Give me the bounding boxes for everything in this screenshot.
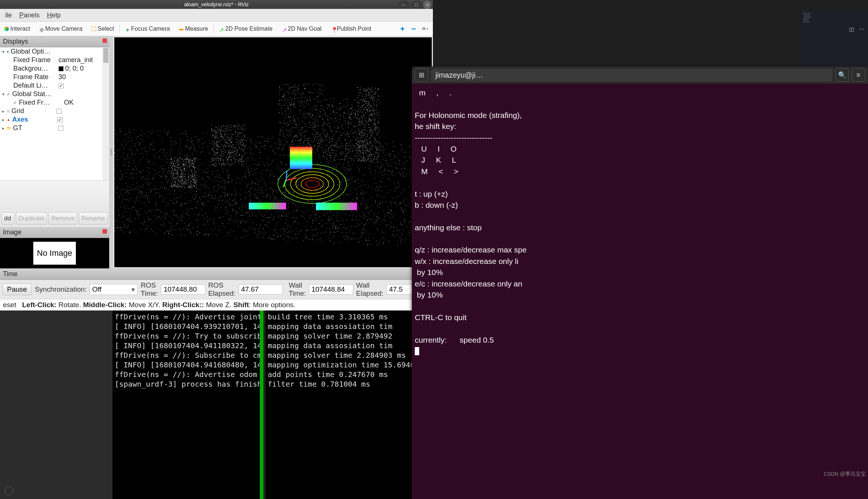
svg-point-2703 [291,131,292,132]
terminal-output[interactable]: m , . For Holonomic mode (strafing), he … [412,84,868,360]
svg-point-369 [151,143,151,144]
tool-measure[interactable]: Measure [175,23,213,34]
close-button[interactable]: ✕ [423,1,431,9]
svg-point-4021 [372,108,373,108]
tool-move-camera[interactable]: ✥Move Camera [35,23,87,34]
background-value[interactable]: 0; 0; 0 [57,65,108,72]
svg-point-4392 [189,162,189,163]
svg-point-1943 [203,187,203,187]
terminal-mapping[interactable]: build tree time 3.310365 ms mapping data… [266,310,413,499]
global-status-item[interactable]: Global Stat… [12,90,56,98]
panel-resize-handle[interactable] [110,36,113,268]
grid-checkbox[interactable] [57,109,62,114]
svg-point-872 [407,174,407,174]
rename-button[interactable]: Rename [79,212,108,225]
svg-point-3010 [328,105,329,105]
svg-point-2034 [356,197,356,197]
menu-panels[interactable]: Panels [16,10,43,21]
svg-point-1249 [356,200,356,200]
svg-point-2616 [312,85,313,85]
axes-item[interactable]: Axes [12,116,56,123]
expand-toggle[interactable]: ▸ [2,126,7,131]
global-options-item[interactable]: Global Opti… [11,48,54,55]
svg-point-818 [359,241,359,242]
tool-publish-point[interactable]: 📍Publish Point [326,23,376,34]
grid-item[interactable]: Grid [11,107,55,115]
menu-button[interactable]: ≡ [852,68,865,82]
displays-header[interactable]: Displays [0,36,109,47]
titlebar[interactable]: aloam_velodyne.rviz* - RViz — ▢ ✕ [0,0,433,9]
svg-point-2915 [370,115,371,115]
tool-focus-camera[interactable]: ✦Focus Camera [121,23,175,34]
terminal-scrollbar[interactable] [260,310,263,499]
gnome-terminal: ⊞ jimazeyu@ji… 🔍 ≡ m , . For Holonomic m… [412,67,868,499]
svg-point-2729 [313,127,313,127]
new-tab-button[interactable]: ⊞ [415,68,428,82]
svg-point-3004 [366,138,367,138]
tool-2d-pose-estimate[interactable]: ↗2D Pose Estimate [215,23,277,34]
svg-point-1855 [179,229,179,229]
ros-elapsed-value[interactable] [239,284,283,295]
svg-point-1169 [165,215,165,216]
panel-close-icon[interactable] [102,229,107,234]
svg-point-218 [306,230,306,230]
ros-time-value[interactable] [161,284,205,295]
no-image-text: No Image [33,242,76,265]
fixed-frame-value[interactable]: camera_init [57,56,108,64]
svg-point-413 [180,133,181,134]
remove-button[interactable]: Remove [48,212,77,225]
user-icon[interactable] [4,486,13,495]
duplicate-button[interactable]: Duplicate [16,212,47,225]
tool-add-icon[interactable]: ✚ [398,24,407,33]
svg-point-3663 [239,155,239,155]
tool-select[interactable]: Select [87,23,119,34]
svg-point-2436 [127,186,127,186]
wall-time-value[interactable] [309,284,353,295]
terminal-title[interactable]: jimazeyu@ji… [431,69,832,82]
svg-point-550 [403,173,403,173]
search-button[interactable]: 🔍 [835,68,849,82]
gt-checkbox[interactable] [58,126,63,131]
minimize-button[interactable]: — [398,1,409,8]
svg-point-4422 [188,186,188,187]
svg-point-1339 [212,198,213,199]
terminal-header[interactable]: ⊞ jimazeyu@ji… 🔍 ≡ [412,67,868,84]
axes-checkbox[interactable]: ✓ [57,117,63,122]
menu-help[interactable]: Help [43,10,64,21]
maximize-button[interactable]: ▢ [411,1,422,8]
expand-toggle[interactable]: ▸ [2,117,7,122]
default-light-checkbox[interactable]: ✓ [58,83,64,88]
tool-2d-nav-goal[interactable]: ↗2D Nav Goal [277,23,327,34]
add-button[interactable]: dd [1,212,14,225]
menu-file[interactable]: ile [1,10,16,21]
svg-point-1126 [238,150,238,150]
tool-eye-icon[interactable]: 👁▾ [420,24,429,33]
displays-tree[interactable]: ▾● Global Opti… Fixed Framecamera_init B… [0,47,109,180]
svg-point-3496 [228,157,229,158]
scrollbar[interactable] [102,47,109,180]
svg-point-3563 [245,125,245,125]
panel-close-icon[interactable] [102,38,107,43]
expand-toggle[interactable]: ▾ [2,49,7,54]
expand-toggle[interactable]: ▾ [2,92,7,97]
svg-point-1552 [157,193,157,193]
expand-toggle[interactable]: ▸ [2,109,7,114]
gt-item[interactable]: GT [13,124,57,132]
svg-point-1675 [369,234,369,234]
split-editor-icon[interactable]: ◫ [847,25,855,33]
3d-render-view[interactable] [114,37,432,267]
tool-interact[interactable]: Interact [0,23,35,34]
svg-point-1550 [203,205,204,206]
svg-point-3187 [330,152,331,153]
tool-remove-icon[interactable]: ━▾ [409,24,418,33]
svg-point-3820 [367,89,367,90]
svg-point-823 [196,152,196,152]
more-icon[interactable]: ⋯ [858,25,866,33]
sync-select[interactable]: Off [90,284,138,295]
pause-button[interactable]: Pause [2,284,32,295]
terminal-roslaunch[interactable]: ffDrive(ns = //): Advertise joint_states… [112,310,260,499]
frame-rate-value[interactable]: 30 [57,73,108,81]
time-header[interactable]: Time [0,269,433,280]
svg-point-655 [343,220,343,221]
image-panel-header[interactable]: Image [0,227,109,238]
